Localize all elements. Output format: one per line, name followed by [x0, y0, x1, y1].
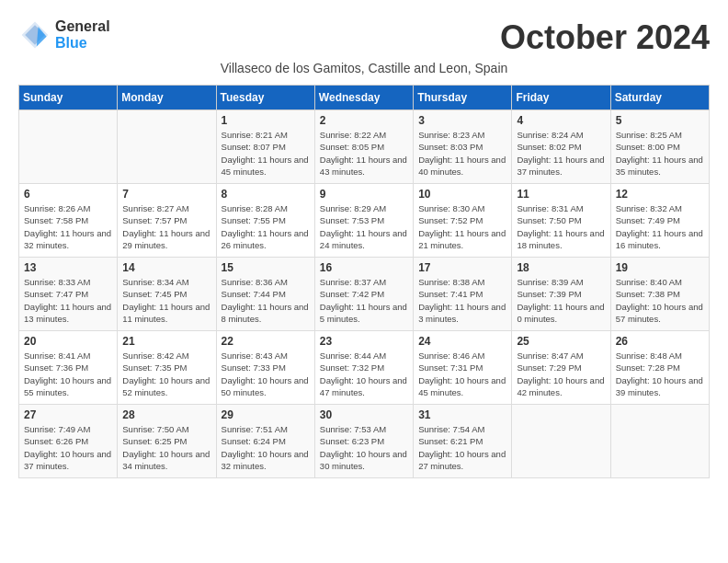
calendar-cell: 29Sunrise: 7:51 AM Sunset: 6:24 PM Dayli… — [216, 405, 314, 478]
logo-icon — [18, 18, 51, 52]
day-number: 20 — [24, 335, 112, 348]
calendar-cell: 3Sunrise: 8:23 AM Sunset: 8:03 PM Daylig… — [414, 110, 512, 184]
calendar-header-monday: Monday — [118, 86, 216, 110]
day-number: 10 — [418, 188, 506, 201]
calendar-header-sunday: Sunday — [19, 86, 118, 110]
calendar-cell — [118, 110, 216, 184]
calendar-header-saturday: Saturday — [610, 86, 709, 110]
calendar-cell: 8Sunrise: 8:28 AM Sunset: 7:55 PM Daylig… — [216, 184, 314, 258]
day-info: Sunrise: 8:24 AM Sunset: 8:02 PM Dayligh… — [517, 129, 605, 178]
day-number: 26 — [616, 335, 704, 348]
day-info: Sunrise: 7:54 AM Sunset: 6:21 PM Dayligh… — [418, 423, 506, 472]
calendar-week-row: 6Sunrise: 8:26 AM Sunset: 7:58 PM Daylig… — [19, 184, 710, 258]
day-number: 7 — [122, 188, 210, 201]
day-number: 28 — [122, 408, 210, 421]
day-info: Sunrise: 7:50 AM Sunset: 6:25 PM Dayligh… — [122, 423, 210, 472]
calendar-cell: 10Sunrise: 8:30 AM Sunset: 7:52 PM Dayli… — [414, 184, 512, 258]
day-info: Sunrise: 8:22 AM Sunset: 8:05 PM Dayligh… — [320, 129, 408, 178]
calendar-cell: 18Sunrise: 8:39 AM Sunset: 7:39 PM Dayli… — [512, 258, 610, 331]
day-number: 11 — [517, 188, 605, 201]
day-info: Sunrise: 8:33 AM Sunset: 7:47 PM Dayligh… — [24, 276, 112, 325]
calendar-cell: 14Sunrise: 8:34 AM Sunset: 7:45 PM Dayli… — [118, 258, 216, 331]
logo: General Blue — [18, 18, 110, 52]
calendar-header-wednesday: Wednesday — [314, 86, 413, 110]
day-info: Sunrise: 7:53 AM Sunset: 6:23 PM Dayligh… — [320, 423, 408, 472]
calendar-cell: 22Sunrise: 8:43 AM Sunset: 7:33 PM Dayli… — [216, 331, 314, 405]
logo-text: General Blue — [55, 18, 110, 51]
day-number: 19 — [616, 261, 704, 274]
calendar-cell: 7Sunrise: 8:27 AM Sunset: 7:57 PM Daylig… — [118, 184, 216, 258]
day-info: Sunrise: 8:31 AM Sunset: 7:50 PM Dayligh… — [517, 202, 605, 251]
calendar-cell: 17Sunrise: 8:38 AM Sunset: 7:41 PM Dayli… — [414, 258, 512, 331]
logo-general-text: General — [55, 18, 110, 35]
day-info: Sunrise: 8:21 AM Sunset: 8:07 PM Dayligh… — [222, 129, 310, 178]
calendar-cell: 6Sunrise: 8:26 AM Sunset: 7:58 PM Daylig… — [19, 184, 118, 258]
day-number: 1 — [222, 114, 310, 127]
calendar-header-tuesday: Tuesday — [216, 86, 314, 110]
calendar-week-row: 13Sunrise: 8:33 AM Sunset: 7:47 PM Dayli… — [19, 258, 710, 331]
calendar-cell: 23Sunrise: 8:44 AM Sunset: 7:32 PM Dayli… — [314, 331, 413, 405]
day-number: 3 — [418, 114, 506, 127]
calendar-cell: 16Sunrise: 8:37 AM Sunset: 7:42 PM Dayli… — [314, 258, 413, 331]
day-number: 31 — [418, 408, 506, 421]
day-info: Sunrise: 8:46 AM Sunset: 7:31 PM Dayligh… — [418, 350, 506, 398]
calendar-cell: 31Sunrise: 7:54 AM Sunset: 6:21 PM Dayli… — [414, 405, 512, 478]
day-number: 30 — [320, 408, 408, 421]
day-info: Sunrise: 8:36 AM Sunset: 7:44 PM Dayligh… — [222, 276, 310, 325]
day-info: Sunrise: 8:27 AM Sunset: 7:57 PM Dayligh… — [122, 202, 210, 251]
day-number: 25 — [517, 335, 605, 348]
calendar-cell: 13Sunrise: 8:33 AM Sunset: 7:47 PM Dayli… — [19, 258, 118, 331]
day-info: Sunrise: 8:38 AM Sunset: 7:41 PM Dayligh… — [418, 276, 506, 325]
day-info: Sunrise: 8:34 AM Sunset: 7:45 PM Dayligh… — [122, 276, 210, 325]
calendar-header-thursday: Thursday — [414, 86, 512, 110]
day-info: Sunrise: 8:40 AM Sunset: 7:38 PM Dayligh… — [616, 276, 704, 325]
day-number: 12 — [616, 188, 704, 201]
calendar-cell: 12Sunrise: 8:32 AM Sunset: 7:49 PM Dayli… — [610, 184, 709, 258]
day-number: 13 — [24, 261, 112, 274]
calendar-week-row: 20Sunrise: 8:41 AM Sunset: 7:36 PM Dayli… — [19, 331, 710, 405]
day-info: Sunrise: 8:23 AM Sunset: 8:03 PM Dayligh… — [418, 129, 506, 178]
calendar-cell: 4Sunrise: 8:24 AM Sunset: 8:02 PM Daylig… — [512, 110, 610, 184]
day-info: Sunrise: 7:51 AM Sunset: 6:24 PM Dayligh… — [222, 423, 310, 472]
day-info: Sunrise: 8:39 AM Sunset: 7:39 PM Dayligh… — [517, 276, 605, 325]
calendar-cell: 28Sunrise: 7:50 AM Sunset: 6:25 PM Dayli… — [118, 405, 216, 478]
calendar-cell: 20Sunrise: 8:41 AM Sunset: 7:36 PM Dayli… — [19, 331, 118, 405]
calendar-cell — [610, 405, 709, 478]
day-info: Sunrise: 8:28 AM Sunset: 7:55 PM Dayligh… — [222, 202, 310, 251]
day-number: 24 — [418, 335, 506, 348]
header: General Blue October 2024 — [18, 18, 710, 57]
subtitle: Villaseco de los Gamitos, Castille and L… — [18, 61, 710, 75]
calendar-week-row: 1Sunrise: 8:21 AM Sunset: 8:07 PM Daylig… — [19, 110, 710, 184]
day-info: Sunrise: 8:41 AM Sunset: 7:36 PM Dayligh… — [24, 350, 112, 398]
calendar-cell: 25Sunrise: 8:47 AM Sunset: 7:29 PM Dayli… — [512, 331, 610, 405]
day-info: Sunrise: 8:26 AM Sunset: 7:58 PM Dayligh… — [24, 202, 112, 251]
calendar-cell — [512, 405, 610, 478]
calendar-header-row: SundayMondayTuesdayWednesdayThursdayFrid… — [19, 86, 710, 110]
day-number: 4 — [517, 114, 605, 127]
day-number: 14 — [122, 261, 210, 274]
day-info: Sunrise: 8:47 AM Sunset: 7:29 PM Dayligh… — [517, 350, 605, 398]
day-number: 17 — [418, 261, 506, 274]
calendar-cell: 15Sunrise: 8:36 AM Sunset: 7:44 PM Dayli… — [216, 258, 314, 331]
day-info: Sunrise: 7:49 AM Sunset: 6:26 PM Dayligh… — [24, 423, 112, 472]
calendar-header-friday: Friday — [512, 86, 610, 110]
day-number: 2 — [320, 114, 408, 127]
day-info: Sunrise: 8:25 AM Sunset: 8:00 PM Dayligh… — [616, 129, 704, 178]
day-info: Sunrise: 8:30 AM Sunset: 7:52 PM Dayligh… — [418, 202, 506, 251]
day-info: Sunrise: 8:43 AM Sunset: 7:33 PM Dayligh… — [222, 350, 310, 398]
day-number: 22 — [222, 335, 310, 348]
day-number: 9 — [320, 188, 408, 201]
day-number: 8 — [222, 188, 310, 201]
calendar-cell — [19, 110, 118, 184]
day-number: 23 — [320, 335, 408, 348]
calendar-cell: 1Sunrise: 8:21 AM Sunset: 8:07 PM Daylig… — [216, 110, 314, 184]
calendar-cell: 27Sunrise: 7:49 AM Sunset: 6:26 PM Dayli… — [19, 405, 118, 478]
calendar-table: SundayMondayTuesdayWednesdayThursdayFrid… — [18, 85, 710, 478]
day-number: 21 — [122, 335, 210, 348]
calendar-cell: 24Sunrise: 8:46 AM Sunset: 7:31 PM Dayli… — [414, 331, 512, 405]
calendar-cell: 9Sunrise: 8:29 AM Sunset: 7:53 PM Daylig… — [314, 184, 413, 258]
day-number: 5 — [616, 114, 704, 127]
day-info: Sunrise: 8:42 AM Sunset: 7:35 PM Dayligh… — [122, 350, 210, 398]
calendar-cell: 26Sunrise: 8:48 AM Sunset: 7:28 PM Dayli… — [610, 331, 709, 405]
day-info: Sunrise: 8:48 AM Sunset: 7:28 PM Dayligh… — [616, 350, 704, 398]
